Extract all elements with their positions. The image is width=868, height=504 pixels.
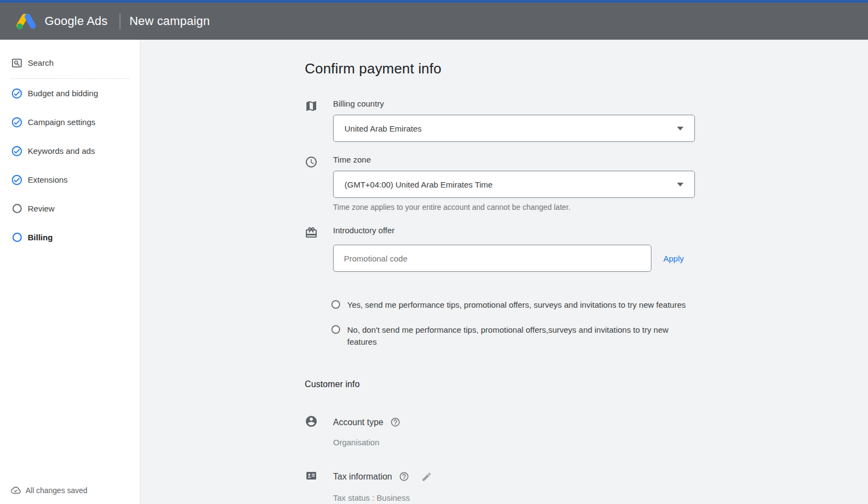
check-circle-icon [11, 116, 23, 128]
page-title: New campaign [130, 14, 210, 28]
time-zone-helper: Time zone applies to your entire account… [333, 203, 699, 211]
radio-icon[interactable] [331, 325, 340, 334]
time-zone-value: (GMT+04:00) United Arab Emirates Time [344, 180, 493, 189]
tax-status-value: Tax status : Business [333, 493, 699, 502]
billing-country-value: United Arab Emirates [344, 124, 422, 133]
sidebar-item-label: Review [28, 204, 54, 213]
account-type-row: Account type [305, 414, 699, 430]
confirm-payment-title: Confirm payment info [305, 60, 699, 77]
sidebar-item-campaign-settings[interactable]: Campaign settings [11, 108, 129, 136]
account-type-value: Organisation [333, 438, 699, 447]
customer-info-title: Customer info [305, 379, 699, 389]
sidebar-item-label: Campaign settings [28, 117, 95, 127]
tax-card-icon [305, 469, 318, 484]
intro-offer-row: Introductory offer Apply [305, 226, 699, 272]
chevron-down-icon [677, 127, 684, 130]
campaign-steps-sidebar: Search Budget and bidding Campaign setti… [0, 40, 140, 504]
edit-pencil-icon[interactable] [421, 471, 432, 482]
sidebar-item-keywords-and-ads[interactable]: Keywords and ads [11, 136, 129, 165]
promo-code-input[interactable] [333, 245, 651, 272]
chevron-down-icon [677, 183, 684, 186]
save-status-label: All changes saved [26, 486, 88, 495]
sidebar-item-extensions[interactable]: Extensions [11, 165, 129, 194]
billing-country-row: Billing country United Arab Emirates [305, 99, 699, 142]
radio-option-yes[interactable]: Yes, send me performance tips, promotion… [331, 299, 699, 311]
save-status: All changes saved [11, 486, 88, 495]
sidebar-item-budget-and-bidding[interactable]: Budget and bidding [11, 79, 129, 108]
header-divider [120, 13, 120, 29]
clock-icon [305, 155, 318, 211]
intro-offer-label: Introductory offer [333, 226, 699, 235]
check-circle-icon [11, 88, 23, 99]
time-zone-label: Time zone [333, 155, 699, 164]
billing-country-label: Billing country [333, 99, 699, 108]
time-zone-row: Time zone (GMT+04:00) United Arab Emirat… [305, 155, 699, 211]
sidebar-item-review[interactable]: Review [11, 194, 129, 223]
sidebar-item-label: Search [28, 58, 54, 67]
map-icon [305, 99, 318, 142]
time-zone-select[interactable]: (GMT+04:00) United Arab Emirates Time [333, 171, 695, 198]
search-campaign-icon [11, 57, 23, 69]
app-name: Google Ads [45, 14, 108, 28]
empty-circle-icon-current [11, 232, 23, 244]
app-header: Google Ads New campaign [0, 3, 868, 40]
sidebar-item-label: Extensions [28, 175, 67, 184]
account-type-label: Account type [333, 418, 384, 427]
empty-circle-icon [11, 203, 23, 215]
billing-country-select[interactable]: United Arab Emirates [333, 115, 695, 142]
google-ads-logo-icon [15, 12, 38, 30]
check-circle-icon [11, 174, 23, 186]
help-icon[interactable] [390, 417, 401, 427]
help-icon[interactable] [399, 471, 409, 482]
check-circle-icon [11, 145, 23, 157]
person-icon [305, 414, 318, 430]
radio-option-no[interactable]: No, don't send me performance tips, prom… [331, 324, 699, 348]
sidebar-item-billing[interactable]: Billing [11, 223, 129, 252]
gift-icon [305, 226, 318, 272]
sidebar-item-search[interactable]: Search [11, 51, 129, 75]
tax-information-row: Tax information [305, 469, 699, 484]
sidebar-item-label: Billing [28, 233, 53, 242]
tax-information-label: Tax information [333, 472, 392, 482]
radio-option-label: No, don't send me performance tips, prom… [347, 324, 698, 348]
sidebar-item-label: Budget and bidding [28, 89, 98, 98]
email-preferences-group: Yes, send me performance tips, promotion… [331, 299, 699, 348]
cloud-done-icon [11, 486, 21, 495]
apply-button[interactable]: Apply [663, 254, 684, 263]
sidebar-item-label: Keywords and ads [28, 146, 95, 155]
radio-option-label: Yes, send me performance tips, promotion… [347, 299, 686, 311]
billing-main-panel: Confirm payment info Billing country Uni… [141, 40, 868, 504]
radio-icon[interactable] [331, 300, 340, 309]
